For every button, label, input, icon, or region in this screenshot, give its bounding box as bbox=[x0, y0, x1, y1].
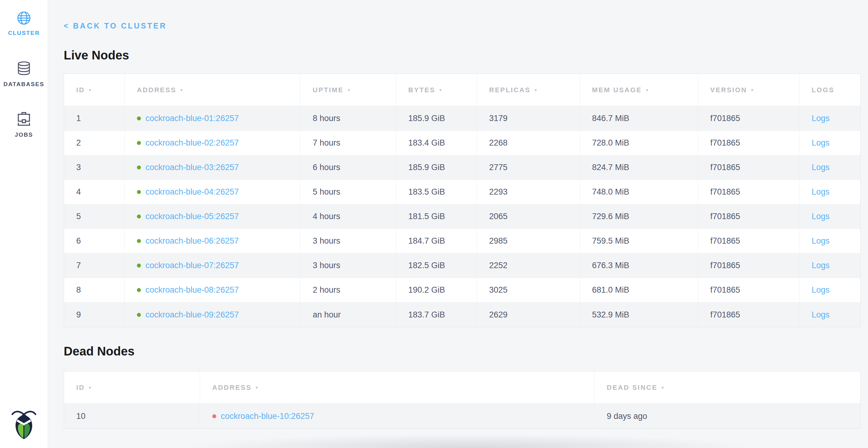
table-row: 9cockroach-blue-09:26257an hour183.7 GiB… bbox=[64, 302, 860, 327]
column-header-label: MEM USAGE bbox=[592, 86, 642, 94]
column-header-label: ID bbox=[76, 384, 85, 391]
bottom-shadow bbox=[170, 433, 771, 448]
globe-icon bbox=[17, 11, 31, 25]
cell-address: cockroach-blue-05:26257 bbox=[125, 204, 301, 229]
live-status-dot bbox=[137, 313, 141, 317]
cell-logs: Logs bbox=[799, 302, 860, 327]
column-header-dead_since[interactable]: DEAD SINCE▾ bbox=[594, 371, 860, 404]
logs-link[interactable]: Logs bbox=[812, 163, 830, 172]
cell-mem_usage: 824.7 MiB bbox=[580, 155, 698, 180]
logs-link[interactable]: Logs bbox=[812, 138, 830, 147]
cell-address: cockroach-blue-08:26257 bbox=[125, 278, 301, 302]
sort-arrow-icon: ▾ bbox=[89, 385, 92, 390]
sidebar-item-label: DATABASES bbox=[3, 81, 44, 88]
main-content: < BACK TO CLUSTER Live Nodes ID▾ADDRESS▾… bbox=[48, 0, 868, 448]
logs-link[interactable]: Logs bbox=[812, 187, 830, 197]
table-header-row: ID▾ADDRESS▾DEAD SINCE▾ bbox=[64, 371, 860, 404]
column-header-label: ADDRESS bbox=[137, 86, 177, 94]
cell-replicas: 2268 bbox=[477, 131, 580, 155]
cell-replicas: 2629 bbox=[477, 302, 580, 327]
live-status-dot bbox=[137, 264, 141, 268]
cell-version: f701865 bbox=[698, 131, 799, 155]
column-header-label: ID bbox=[76, 86, 85, 94]
column-header-bytes[interactable]: BYTES▾ bbox=[396, 74, 477, 106]
table-row: 8cockroach-blue-08:262572 hours190.2 GiB… bbox=[64, 278, 860, 302]
column-header-address[interactable]: ADDRESS▾ bbox=[200, 371, 594, 404]
cell-mem_usage: 729.6 MiB bbox=[580, 204, 698, 229]
cell-bytes: 185.9 GiB bbox=[396, 106, 477, 131]
logs-link[interactable]: Logs bbox=[812, 285, 830, 295]
sidebar-item-jobs[interactable]: JOBS bbox=[15, 110, 33, 138]
column-header-label: DEAD SINCE bbox=[607, 384, 658, 391]
logs-link[interactable]: Logs bbox=[812, 261, 830, 270]
back-to-cluster-link[interactable]: < BACK TO CLUSTER bbox=[64, 22, 166, 30]
column-header-id[interactable]: ID▾ bbox=[64, 74, 125, 106]
address-link[interactable]: cockroach-blue-09:26257 bbox=[146, 310, 239, 319]
address-link[interactable]: cockroach-blue-02:26257 bbox=[146, 138, 239, 147]
cell-mem_usage: 676.3 MiB bbox=[580, 253, 698, 278]
address-link[interactable]: cockroach-blue-10:26257 bbox=[221, 412, 314, 421]
logs-link[interactable]: Logs bbox=[812, 310, 830, 319]
cell-uptime: 4 hours bbox=[301, 204, 396, 229]
cell-version: f701865 bbox=[698, 302, 799, 327]
logs-link[interactable]: Logs bbox=[812, 212, 830, 221]
column-header-label: VERSION bbox=[710, 86, 747, 94]
cell-id: 2 bbox=[64, 131, 125, 155]
cell-logs: Logs bbox=[799, 106, 860, 131]
cell-id: 4 bbox=[64, 180, 125, 204]
column-header-address[interactable]: ADDRESS▾ bbox=[125, 74, 301, 106]
cell-dead_since: 9 days ago bbox=[594, 404, 860, 428]
column-header-label: UPTIME bbox=[313, 86, 344, 94]
cell-uptime: 2 hours bbox=[301, 278, 396, 302]
address-link[interactable]: cockroach-blue-04:26257 bbox=[146, 187, 239, 197]
cell-mem_usage: 681.0 MiB bbox=[580, 278, 698, 302]
logs-link[interactable]: Logs bbox=[812, 114, 830, 123]
cell-id: 6 bbox=[64, 229, 125, 253]
cell-uptime: an hour bbox=[301, 302, 396, 327]
sidebar-item-cluster[interactable]: CLUSTER bbox=[8, 11, 40, 36]
address-link[interactable]: cockroach-blue-05:26257 bbox=[146, 212, 239, 221]
cell-address: cockroach-blue-01:26257 bbox=[125, 106, 301, 131]
cell-address: cockroach-blue-09:26257 bbox=[125, 302, 301, 327]
column-header-uptime[interactable]: UPTIME▾ bbox=[301, 74, 396, 106]
table-row: 1cockroach-blue-01:262578 hours185.9 GiB… bbox=[64, 106, 860, 131]
cell-version: f701865 bbox=[698, 229, 799, 253]
cell-logs: Logs bbox=[799, 253, 860, 278]
cell-uptime: 5 hours bbox=[301, 180, 396, 204]
cockroach-bug-icon bbox=[11, 409, 36, 440]
sort-arrow-icon: ▾ bbox=[646, 87, 649, 93]
table-row: 10cockroach-blue-10:262579 days ago bbox=[64, 404, 860, 428]
address-link[interactable]: cockroach-blue-03:26257 bbox=[146, 163, 239, 172]
column-header-mem_usage[interactable]: MEM USAGE▾ bbox=[580, 74, 698, 106]
cell-mem_usage: 532.9 MiB bbox=[580, 302, 698, 327]
cell-bytes: 183.4 GiB bbox=[396, 131, 477, 155]
cell-uptime: 3 hours bbox=[301, 229, 396, 253]
cell-uptime: 3 hours bbox=[301, 253, 396, 278]
column-header-id[interactable]: ID▾ bbox=[64, 371, 200, 404]
live-status-dot bbox=[137, 141, 141, 145]
briefcase-icon bbox=[16, 110, 32, 127]
cell-uptime: 8 hours bbox=[301, 106, 396, 131]
address-link[interactable]: cockroach-blue-06:26257 bbox=[146, 236, 239, 245]
cell-id: 5 bbox=[64, 204, 125, 229]
table-row: 2cockroach-blue-02:262577 hours183.4 GiB… bbox=[64, 131, 860, 155]
logs-link[interactable]: Logs bbox=[812, 236, 830, 245]
address-link[interactable]: cockroach-blue-01:26257 bbox=[146, 114, 239, 123]
column-header-replicas[interactable]: REPLICAS▾ bbox=[477, 74, 580, 106]
cell-uptime: 6 hours bbox=[301, 155, 396, 180]
address-link[interactable]: cockroach-blue-08:26257 bbox=[146, 285, 239, 295]
sidebar-item-databases[interactable]: DATABASES bbox=[3, 60, 44, 88]
cell-version: f701865 bbox=[698, 253, 799, 278]
cockroachdb-logo[interactable] bbox=[11, 409, 36, 440]
live-status-dot bbox=[137, 166, 141, 170]
cell-mem_usage: 759.5 MiB bbox=[580, 229, 698, 253]
column-header-version[interactable]: VERSION▾ bbox=[698, 74, 799, 106]
cell-address: cockroach-blue-07:26257 bbox=[125, 253, 301, 278]
sort-arrow-icon: ▾ bbox=[751, 87, 754, 93]
cell-id: 9 bbox=[64, 302, 125, 327]
cell-replicas: 2065 bbox=[477, 204, 580, 229]
live-status-dot bbox=[137, 288, 141, 292]
cell-logs: Logs bbox=[799, 180, 860, 204]
live-status-dot bbox=[137, 190, 141, 194]
address-link[interactable]: cockroach-blue-07:26257 bbox=[146, 261, 239, 270]
